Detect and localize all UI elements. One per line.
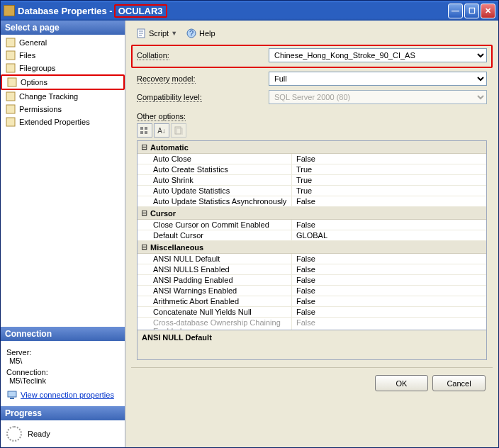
property-grid: ⊟AutomaticAuto CloseFalseAuto Create Sta… xyxy=(137,140,487,360)
grid-row[interactable]: Auto Update StatisticsTrue xyxy=(138,186,486,196)
progress-status: Ready xyxy=(28,430,50,438)
minimize-button[interactable]: — xyxy=(448,4,463,18)
database-icon xyxy=(4,5,15,16)
recovery-select[interactable]: Full xyxy=(269,72,487,86)
maximize-button[interactable]: ☐ xyxy=(464,4,479,18)
grid-property-value[interactable]: False xyxy=(292,318,486,330)
sidebar-item-extended-properties[interactable]: Extended Properties xyxy=(1,116,125,128)
sidebar-item-files[interactable]: Files xyxy=(1,49,125,62)
database-properties-window: Database Properties - OCULAR3 — ☐ ✕ Sele… xyxy=(0,0,499,448)
connection-panel: Server: M5\ Connection: M5\Teclink View … xyxy=(1,341,125,406)
svg-rect-2 xyxy=(6,64,15,72)
connection-icon xyxy=(6,389,18,401)
collapse-icon: ⊟ xyxy=(140,208,148,218)
svg-rect-12 xyxy=(140,127,143,130)
grid-property-name: Concatenate Null Yields Null xyxy=(138,307,292,317)
compatibility-label: Compatibility level: xyxy=(137,93,202,102)
grid-property-value[interactable]: False xyxy=(292,254,486,264)
grid-description: ANSI NULL Default xyxy=(138,330,486,359)
categorize-button[interactable] xyxy=(137,123,152,138)
ok-button[interactable]: OK xyxy=(375,375,428,391)
grid-property-value[interactable]: False xyxy=(292,296,486,306)
grid-property-value[interactable]: True xyxy=(292,164,486,174)
grid-property-value[interactable]: True xyxy=(292,186,486,196)
sidebar-item-general[interactable]: General xyxy=(1,36,125,49)
page-list: General Files Filegroups Options Change … xyxy=(1,35,125,130)
sidebar-item-label: Filegroups xyxy=(19,62,55,74)
grid-section-header[interactable]: ⊟Automatic xyxy=(138,141,486,154)
grid-row[interactable]: Arithmetic Abort EnabledFalse xyxy=(138,296,486,307)
grid-row[interactable]: Cross-database Ownership Chaining Enable… xyxy=(138,318,486,330)
grid-property-name: Close Cursor on Commit Enabled xyxy=(138,220,292,230)
grid-row[interactable]: ANSI Padding EnabledFalse xyxy=(138,275,486,286)
svg-rect-8 xyxy=(10,398,14,399)
titlebar[interactable]: Database Properties - OCULAR3 — ☐ ✕ xyxy=(1,1,498,21)
grid-property-value[interactable]: False xyxy=(292,286,486,296)
compatibility-row: Compatibility level: SQL Server 2000 (80… xyxy=(131,89,493,108)
grid-property-value[interactable]: False xyxy=(292,307,486,317)
help-button[interactable]: ? Help xyxy=(183,26,218,40)
grid-property-name: Default Cursor xyxy=(138,230,292,240)
view-connection-properties-link[interactable]: View connection properties xyxy=(6,389,114,401)
grid-row[interactable]: Auto Create StatisticsTrue xyxy=(138,164,486,175)
grid-row[interactable]: ANSI Warnings EnabledFalse xyxy=(138,286,486,296)
grid-row[interactable]: Auto ShrinkTrue xyxy=(138,175,486,186)
grid-row[interactable]: Auto CloseFalse xyxy=(138,154,486,164)
script-button[interactable]: Script ▼ xyxy=(133,26,180,40)
grid-property-name: Cross-database Ownership Chaining Enable… xyxy=(138,318,292,330)
svg-rect-0 xyxy=(6,38,15,47)
sidebar-item-label: Permissions xyxy=(19,103,62,115)
grid-section-header[interactable]: ⊟Miscellaneous xyxy=(138,241,486,254)
svg-rect-3 xyxy=(8,78,16,86)
grid-row[interactable]: ANSI NULL DefaultFalse xyxy=(138,254,486,264)
grid-property-value[interactable]: False xyxy=(292,275,486,285)
grid-section-header[interactable]: ⊟Cursor xyxy=(138,207,486,220)
grid-property-value[interactable]: GLOBAL xyxy=(292,230,486,240)
page-icon xyxy=(5,50,16,61)
grid-property-name: Auto Create Statistics xyxy=(138,164,292,174)
grid-property-name: ANSI NULLS Enabled xyxy=(138,264,292,274)
sidebar-item-options[interactable]: Options xyxy=(1,74,125,90)
cancel-button[interactable]: Cancel xyxy=(432,375,486,391)
grid-row[interactable]: ANSI NULLS EnabledFalse xyxy=(138,264,486,275)
script-icon xyxy=(135,28,147,39)
grid-row[interactable]: Auto Update Statistics AsynchronouslyFal… xyxy=(138,196,486,207)
grid-property-value[interactable]: True xyxy=(292,175,486,185)
grid-property-value[interactable]: False xyxy=(292,220,486,230)
pages-button[interactable] xyxy=(171,123,186,138)
page-icon xyxy=(5,62,16,74)
collation-select[interactable]: Chinese_Hong_Kong_Stroke_90_CI_AS xyxy=(269,48,487,62)
grid-row[interactable]: Default CursorGLOBAL xyxy=(138,230,486,241)
grid-property-value[interactable]: False xyxy=(292,154,486,164)
sidebar-item-change-tracking[interactable]: Change Tracking xyxy=(1,90,125,103)
grid-row[interactable]: Close Cursor on Commit EnabledFalse xyxy=(138,220,486,230)
recovery-row: Recovery model: Full xyxy=(131,71,493,89)
grid-property-name: Auto Close xyxy=(138,154,292,164)
sidebar-item-filegroups[interactable]: Filegroups xyxy=(1,62,125,74)
page-icon xyxy=(5,116,16,128)
grid-property-name: ANSI NULL Default xyxy=(138,254,292,264)
grid-property-name: ANSI Padding Enabled xyxy=(138,275,292,285)
sidebar-item-permissions[interactable]: Permissions xyxy=(1,103,125,116)
sidebar-item-label: Options xyxy=(21,77,47,88)
page-icon xyxy=(5,103,16,115)
grid-row[interactable]: Concatenate Null Yields NullFalse xyxy=(138,307,486,318)
close-button[interactable]: ✕ xyxy=(481,4,495,18)
sidebar-item-label: General xyxy=(19,37,47,48)
svg-rect-1 xyxy=(6,51,15,60)
chevron-down-icon: ▼ xyxy=(171,30,177,37)
grid-scroll[interactable]: ⊟AutomaticAuto CloseFalseAuto Create Sta… xyxy=(138,141,486,330)
sort-button[interactable]: A↓ xyxy=(154,123,169,138)
toolbar: Script ▼ ? Help xyxy=(131,23,493,45)
svg-text:?: ? xyxy=(189,29,194,38)
compatibility-select[interactable]: SQL Server 2000 (80) xyxy=(269,90,487,104)
grid-property-value[interactable]: False xyxy=(292,196,486,206)
progress-spinner-icon xyxy=(6,426,22,442)
select-page-header: Select a page xyxy=(1,21,125,35)
help-icon: ? xyxy=(186,28,197,39)
grid-property-name: ANSI Warnings Enabled xyxy=(138,286,292,296)
svg-rect-13 xyxy=(145,127,147,130)
other-options-label: Other options: xyxy=(137,112,186,121)
grid-toolbar: A↓ xyxy=(131,122,493,140)
grid-property-value[interactable]: False xyxy=(292,264,486,274)
